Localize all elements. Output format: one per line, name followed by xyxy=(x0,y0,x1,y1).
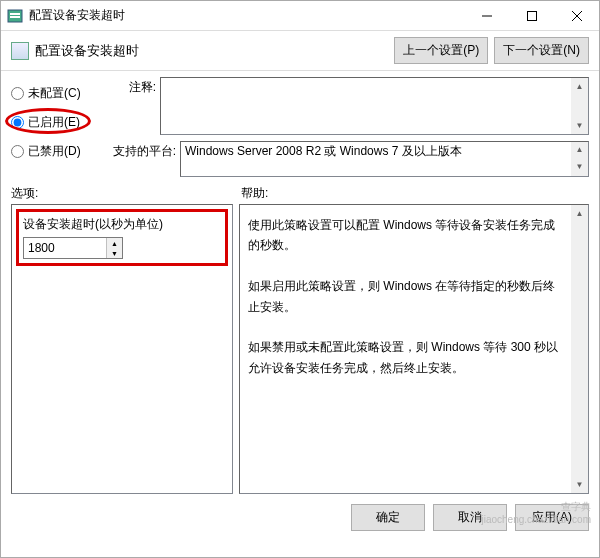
spinner-buttons: ▲ ▼ xyxy=(106,238,122,258)
window-sysicon xyxy=(7,8,23,24)
watermark-line2: jiaocheng.chazidian.com xyxy=(481,514,591,525)
options-pane: 设备安装超时(以秒为单位) ▲ ▼ xyxy=(11,204,233,494)
platform-box: Windows Server 2008 R2 或 Windows 7 及以上版本… xyxy=(180,141,589,177)
help-section-label: 帮助: xyxy=(241,185,589,202)
svg-rect-2 xyxy=(10,16,20,18)
radio-not-configured-label: 未配置(C) xyxy=(28,85,81,102)
help-paragraph-3: 如果禁用或未配置此策略设置，则 Windows 等待 300 秒以允许设备安装任… xyxy=(248,337,566,378)
next-setting-button[interactable]: 下一个设置(N) xyxy=(494,37,589,64)
comment-label: 注释: xyxy=(106,77,156,96)
comment-row: 注释: ▲ ▼ xyxy=(106,77,589,135)
svg-rect-4 xyxy=(527,11,536,20)
previous-setting-button[interactable]: 上一个设置(P) xyxy=(394,37,488,64)
timeout-spinner[interactable]: ▲ ▼ xyxy=(23,237,123,259)
scroll-down-icon[interactable]: ▼ xyxy=(571,476,588,493)
platform-label: 支持的平台: xyxy=(106,141,176,160)
radio-disabled-label: 已禁用(D) xyxy=(28,143,81,160)
title-bar: 配置设备安装超时 xyxy=(1,1,599,31)
policy-title: 配置设备安装超时 xyxy=(35,42,394,60)
minimize-button[interactable] xyxy=(464,1,509,30)
comment-textarea[interactable]: ▲ ▼ xyxy=(160,77,589,135)
scroll-down-icon[interactable]: ▼ xyxy=(571,117,588,134)
maximize-button[interactable] xyxy=(509,1,554,30)
platform-value: Windows Server 2008 R2 或 Windows 7 及以上版本 xyxy=(185,144,462,158)
timeout-input[interactable] xyxy=(24,238,106,258)
platform-scrollbar[interactable]: ▲ ▼ xyxy=(571,142,588,176)
section-labels: 选项: 帮助: xyxy=(1,177,599,204)
watermark-line1: 查字典 xyxy=(481,500,591,514)
window-controls xyxy=(464,1,599,30)
top-config-area: 未配置(C) 已启用(E) 已禁用(D) 注释: ▲ ▼ 支持的平台: xyxy=(1,71,599,177)
help-paragraph-2: 如果启用此策略设置，则 Windows 在等待指定的秒数后终止安装。 xyxy=(248,276,566,317)
policy-header: 配置设备安装超时 上一个设置(P) 下一个设置(N) xyxy=(1,31,599,71)
window-title: 配置设备安装超时 xyxy=(29,7,464,24)
state-radio-group: 未配置(C) 已启用(E) 已禁用(D) xyxy=(11,77,106,177)
policy-icon xyxy=(11,42,29,60)
scroll-up-icon[interactable]: ▲ xyxy=(571,205,588,222)
help-pane: 使用此策略设置可以配置 Windows 等待设备安装任务完成的秒数。 如果启用此… xyxy=(239,204,589,494)
radio-not-configured[interactable]: 未配置(C) xyxy=(11,85,106,102)
close-button[interactable] xyxy=(554,1,599,30)
scroll-up-icon[interactable]: ▲ xyxy=(571,142,588,159)
svg-rect-1 xyxy=(10,13,20,15)
watermark: 查字典 jiaocheng.chazidian.com xyxy=(481,500,591,525)
scroll-down-icon[interactable]: ▼ xyxy=(571,159,588,176)
spinner-up-button[interactable]: ▲ xyxy=(107,238,122,248)
spinner-down-button[interactable]: ▼ xyxy=(107,248,122,258)
timeout-option-label: 设备安装超时(以秒为单位) xyxy=(23,216,221,233)
radio-not-configured-input[interactable] xyxy=(11,87,24,100)
ok-button[interactable]: 确定 xyxy=(351,504,425,531)
highlight-box: 设备安装超时(以秒为单位) ▲ ▼ xyxy=(16,209,228,266)
radio-enabled-input[interactable] xyxy=(11,116,24,129)
radio-enabled[interactable]: 已启用(E) xyxy=(11,114,106,131)
scroll-up-icon[interactable]: ▲ xyxy=(571,78,588,95)
radio-disabled[interactable]: 已禁用(D) xyxy=(11,143,106,160)
main-pane: 设备安装超时(以秒为单位) ▲ ▼ 使用此策略设置可以配置 Windows 等待… xyxy=(1,204,599,494)
radio-enabled-label: 已启用(E) xyxy=(28,114,80,131)
help-paragraph-1: 使用此策略设置可以配置 Windows 等待设备安装任务完成的秒数。 xyxy=(248,215,566,256)
radio-disabled-input[interactable] xyxy=(11,145,24,158)
platform-row: 支持的平台: Windows Server 2008 R2 或 Windows … xyxy=(106,141,589,177)
comment-scrollbar[interactable]: ▲ ▼ xyxy=(571,78,588,134)
options-section-label: 选项: xyxy=(11,185,241,202)
help-scrollbar[interactable]: ▲ ▼ xyxy=(571,205,588,493)
